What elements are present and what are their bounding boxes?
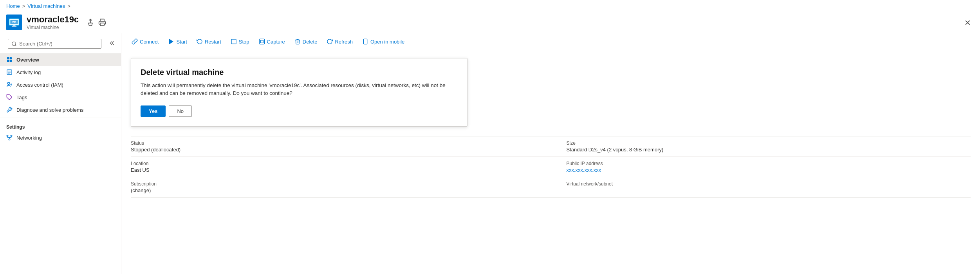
breadcrumb: Home > Virtual machines > <box>0 0 980 12</box>
svg-rect-29 <box>259 39 264 44</box>
detail-status-value: Stopped (deallocated) <box>131 147 535 153</box>
detail-vnet-label: Virtual network/subnet <box>567 181 971 187</box>
sidebar-item-activity-log-label: Activity log <box>16 69 41 75</box>
detail-location: Location East US <box>131 157 551 177</box>
page-header: VM vmoracle19c Virtual machine ✕ <box>0 12 980 33</box>
delete-button[interactable]: Delete <box>291 36 321 47</box>
dialog-buttons: Yes No <box>141 105 458 117</box>
svg-rect-20 <box>7 135 8 136</box>
detail-vnet: Virtual network/subnet <box>551 177 971 198</box>
svg-rect-21 <box>11 135 12 136</box>
search-placeholder: Search (Ctrl+/) <box>19 41 52 47</box>
dialog-body: This action will permanently delete the … <box>141 82 458 98</box>
sidebar-item-overview-label: Overview <box>16 57 39 63</box>
sidebar-item-tags-label: Tags <box>16 95 27 100</box>
svg-rect-12 <box>10 60 12 62</box>
breadcrumb-home[interactable]: Home <box>6 3 20 9</box>
vm-name-heading: vmoracle19c <box>27 15 79 25</box>
header-title-group: vmoracle19c Virtual machine <box>27 15 79 30</box>
connect-label: Connect <box>140 39 159 45</box>
header-actions <box>87 18 106 26</box>
detail-status-label: Status <box>131 140 535 146</box>
main-area: Connect Start Restart <box>121 33 980 274</box>
stop-button[interactable]: Stop <box>227 36 253 47</box>
search-bar[interactable]: Search (Ctrl+/) <box>8 39 101 49</box>
refresh-label: Refresh <box>335 39 353 45</box>
refresh-icon <box>327 38 333 45</box>
svg-point-7 <box>12 42 16 45</box>
sidebar-item-networking[interactable]: Networking <box>0 131 121 144</box>
subscription-change-link[interactable]: (change) <box>131 187 151 193</box>
sidebar-nav: Overview Activity log Access control (IA… <box>0 53 121 274</box>
sidebar-item-activity-log[interactable]: Activity log <box>0 66 121 78</box>
open-in-mobile-button[interactable]: Open in mobile <box>358 36 408 47</box>
svg-text:VM: VM <box>12 21 16 24</box>
svg-point-17 <box>7 82 9 84</box>
access-control-icon <box>6 82 13 88</box>
collapse-sidebar-button[interactable] <box>108 38 117 49</box>
connect-button[interactable]: Connect <box>128 36 162 47</box>
svg-rect-6 <box>100 23 104 26</box>
svg-rect-22 <box>9 139 10 140</box>
pin-icon[interactable] <box>87 18 94 26</box>
detail-location-label: Location <box>131 161 535 166</box>
capture-icon <box>259 38 265 45</box>
dialog-title: Delete virtual machine <box>141 68 458 77</box>
mobile-icon <box>362 38 368 45</box>
detail-subscription: Subscription (change) <box>131 177 551 198</box>
restart-label: Restart <box>205 39 221 45</box>
svg-rect-9 <box>7 57 9 59</box>
vm-type-label: Virtual machine <box>27 25 79 30</box>
delete-icon <box>294 38 301 45</box>
sidebar: Search (Ctrl+/) Overview Acti <box>0 33 121 274</box>
svg-rect-10 <box>10 57 12 59</box>
restart-icon <box>197 38 203 45</box>
breadcrumb-virtual-machines[interactable]: Virtual machines <box>27 3 65 9</box>
dialog-no-button[interactable]: No <box>169 105 192 117</box>
detail-public-ip-value[interactable]: xxx.xxx.xxx.xxx <box>567 167 971 173</box>
collapse-icon <box>109 40 116 46</box>
svg-rect-3 <box>12 26 16 27</box>
tags-icon <box>6 94 13 100</box>
refresh-button[interactable]: Refresh <box>323 36 357 47</box>
capture-button[interactable]: Capture <box>255 36 289 47</box>
sidebar-item-tags[interactable]: Tags <box>0 91 121 104</box>
dialog-yes-button[interactable]: Yes <box>141 105 166 117</box>
sidebar-item-diagnose[interactable]: Diagnose and solve problems <box>0 104 121 116</box>
svg-point-18 <box>11 84 12 85</box>
overview-icon <box>6 56 13 63</box>
toolbar: Connect Start Restart <box>121 33 980 50</box>
vm-icon: VM <box>6 15 22 30</box>
detail-subscription-label: Subscription <box>131 181 535 187</box>
sidebar-item-networking-label: Networking <box>16 135 42 141</box>
delete-dialog: Delete virtual machine This action will … <box>131 58 467 127</box>
detail-size: Size Standard D2s_v4 (2 vcpus, 8 GiB mem… <box>551 136 971 157</box>
detail-location-value: East US <box>131 167 535 173</box>
detail-size-label: Size <box>567 140 971 146</box>
svg-rect-11 <box>7 60 9 62</box>
diagnose-icon <box>6 107 13 113</box>
print-icon[interactable] <box>98 18 106 26</box>
sidebar-item-overview[interactable]: Overview <box>0 53 121 66</box>
start-button[interactable]: Start <box>164 36 191 47</box>
sidebar-item-access-control[interactable]: Access control (IAM) <box>0 78 121 91</box>
vm-details-grid: Status Stopped (deallocated) Size Standa… <box>131 136 971 198</box>
main-content: Delete virtual machine This action will … <box>121 50 980 274</box>
search-icon <box>11 41 17 47</box>
detail-size-value: Standard D2s_v4 (2 vcpus, 8 GiB memory) <box>567 147 971 153</box>
svg-marker-27 <box>170 39 173 44</box>
restart-button[interactable]: Restart <box>193 36 225 47</box>
open-in-mobile-label: Open in mobile <box>370 39 404 45</box>
connect-icon <box>132 38 138 45</box>
svg-line-8 <box>15 45 16 46</box>
main-layout: Search (Ctrl+/) Overview Acti <box>0 33 980 274</box>
breadcrumb-sep2: > <box>67 3 70 9</box>
svg-rect-28 <box>231 39 236 44</box>
svg-rect-2 <box>13 25 16 26</box>
detail-public-ip: Public IP address xxx.xxx.xxx.xxx <box>551 157 971 177</box>
stop-icon <box>231 38 237 45</box>
detail-subscription-value: (change) <box>131 187 535 193</box>
svg-rect-30 <box>260 40 263 43</box>
close-button[interactable]: ✕ <box>961 16 974 29</box>
detail-status: Status Stopped (deallocated) <box>131 136 551 157</box>
